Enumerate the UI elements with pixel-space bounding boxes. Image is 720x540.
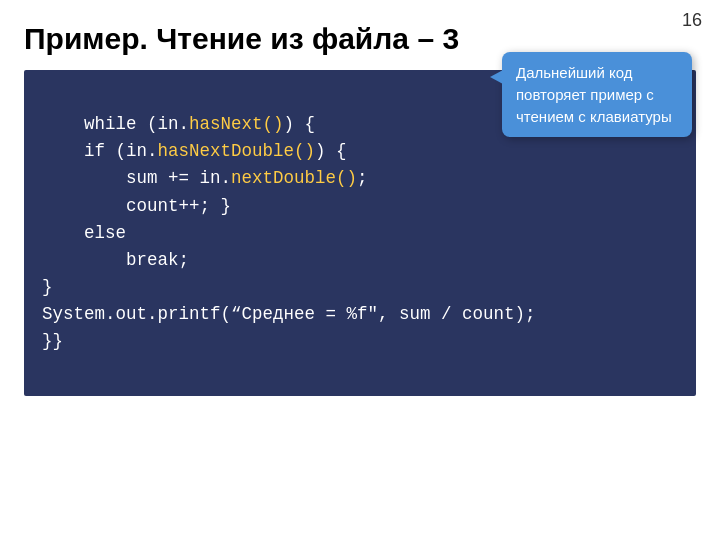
slide-number: 16 bbox=[682, 10, 702, 31]
code-line-1: while (in.hasNext()) { bbox=[84, 114, 315, 134]
tooltip-text: Дальнейший код повторяет пример с чтение… bbox=[516, 64, 672, 125]
slide-title: Пример. Чтение из файла – 3 bbox=[24, 22, 696, 56]
code-line-8: System.out.printf(“Среднее = %f", sum / … bbox=[42, 304, 536, 324]
code-line-7: } bbox=[42, 277, 53, 297]
code-line-6: break; bbox=[42, 250, 189, 270]
code-line-5: else bbox=[42, 223, 126, 243]
code-line-2: if (in.hasNextDouble()) { bbox=[42, 141, 347, 161]
code-line-3: sum += in.nextDouble(); bbox=[42, 168, 368, 188]
code-line-4: count++; } bbox=[42, 196, 231, 216]
tooltip: Дальнейший код повторяет пример с чтение… bbox=[502, 52, 692, 137]
code-line-9: }} bbox=[42, 331, 63, 351]
slide: 16 Пример. Чтение из файла – 3 while (in… bbox=[0, 0, 720, 540]
